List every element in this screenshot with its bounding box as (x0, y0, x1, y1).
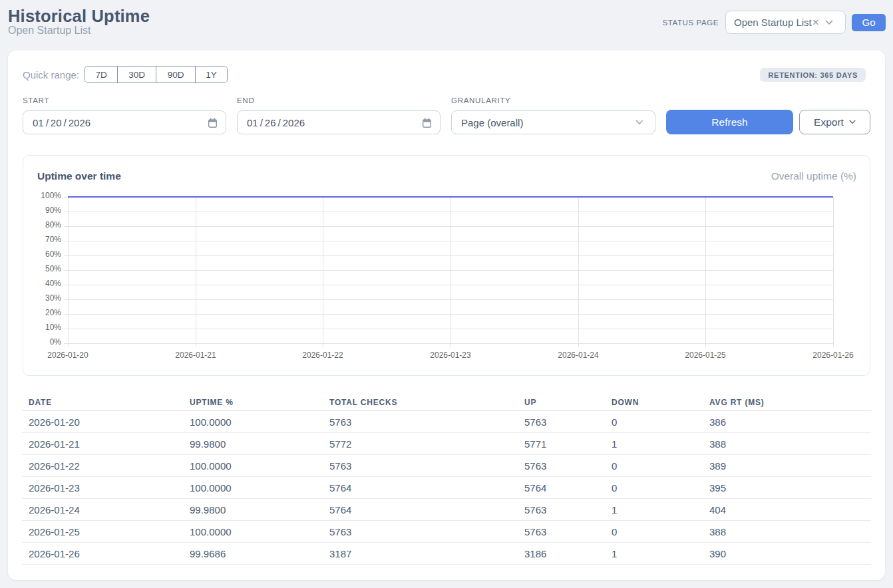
svg-text:2026-01-21: 2026-01-21 (175, 351, 216, 360)
svg-text:10%: 10% (45, 323, 61, 332)
svg-text:20%: 20% (45, 308, 61, 317)
svg-text:60%: 60% (45, 249, 61, 259)
svg-text:30%: 30% (45, 293, 61, 303)
svg-text:70%: 70% (45, 235, 61, 244)
svg-text:2026-01-24: 2026-01-24 (558, 351, 599, 360)
svg-text:2026-01-22: 2026-01-22 (302, 351, 343, 360)
svg-text:90%: 90% (45, 206, 61, 215)
svg-text:40%: 40% (45, 279, 61, 288)
svg-text:2026-01-25: 2026-01-25 (685, 351, 726, 360)
svg-text:50%: 50% (45, 264, 61, 273)
svg-text:80%: 80% (45, 220, 61, 229)
svg-text:100%: 100% (41, 191, 61, 200)
svg-text:2026-01-23: 2026-01-23 (430, 351, 471, 360)
svg-text:0%: 0% (50, 337, 62, 347)
svg-text:2026-01-20: 2026-01-20 (47, 351, 89, 360)
svg-text:2026-01-26: 2026-01-26 (812, 351, 854, 360)
